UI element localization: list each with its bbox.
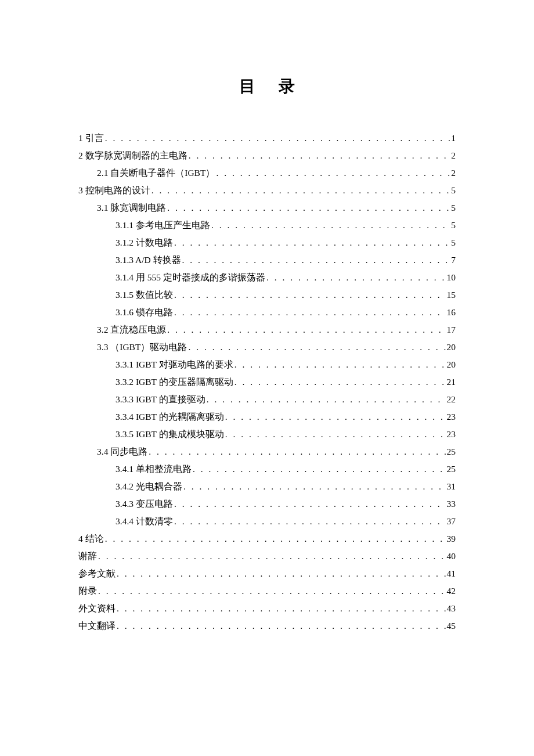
- toc-entry-label: 3.1.5 数值比较: [116, 286, 173, 304]
- toc-entry-label: 2 数字脉宽调制器的主电路: [78, 147, 187, 164]
- toc-entry: 3.1.3 A/D 转换器7: [78, 251, 456, 269]
- toc-dots: [188, 339, 445, 356]
- toc-dots: [151, 182, 450, 199]
- toc-dots: [117, 600, 446, 617]
- toc-entry-page: 20: [447, 356, 456, 373]
- toc-entry-label: 1 引言: [78, 129, 104, 147]
- toc-entry: 3.4.1 单相整流电路25: [78, 460, 456, 478]
- toc-entry-page: 23: [447, 426, 456, 443]
- toc-entry: 3.1.1 参考电压产生电路5: [78, 217, 456, 234]
- toc-entry: 3.4.3 变压电路33: [78, 495, 456, 513]
- toc-entry-label: 3.4.2 光电耦合器: [116, 478, 182, 495]
- toc-entry: 3.3.4 IGBT 的光耦隔离驱动23: [78, 408, 456, 426]
- toc-dots: [211, 217, 450, 234]
- toc-entry-page: 23: [447, 408, 456, 426]
- toc-entry: 3.1.5 数值比较15: [78, 286, 456, 304]
- toc-entry-label: 3.1.6 锁存电路: [116, 304, 173, 321]
- toc-dots: [216, 164, 450, 182]
- toc-entry-page: 31: [447, 478, 456, 495]
- toc-dots: [174, 513, 446, 530]
- toc-entry-label: 3.3 （IGBT）驱动电路: [97, 339, 187, 356]
- table-of-contents: 1 引言12 数字脉宽调制器的主电路22.1 自关断电子器件（IGBT）23 控…: [78, 129, 456, 635]
- toc-entry-label: 3 控制电路的设计: [78, 182, 150, 199]
- toc-entry-label: 3.4.3 变压电路: [116, 495, 173, 513]
- toc-dots: [174, 286, 446, 304]
- toc-dots: [207, 391, 446, 408]
- toc-entry-page: 25: [447, 443, 456, 460]
- toc-entry: 3.1.2 计数电路5: [78, 234, 456, 251]
- toc-entry-page: 33: [447, 495, 456, 513]
- toc-entry: 3 控制电路的设计5: [78, 182, 456, 199]
- toc-dots: [225, 408, 446, 426]
- toc-entry: 附录42: [78, 582, 456, 600]
- toc-dots: [98, 548, 446, 565]
- toc-entry-page: 15: [447, 286, 456, 304]
- toc-entry-page: 43: [447, 600, 456, 617]
- page-title: 目录: [78, 75, 456, 98]
- toc-entry-label: 3.3.2 IGBT 的变压器隔离驱动: [116, 373, 233, 391]
- toc-entry-label: 3.1 脉宽调制电路: [97, 199, 166, 217]
- toc-entry-page: 40: [447, 548, 456, 565]
- toc-dots: [174, 234, 450, 251]
- toc-entry-page: 16: [447, 304, 456, 321]
- toc-entry-label: 中文翻译: [78, 617, 116, 635]
- toc-entry-page: 7: [451, 251, 456, 269]
- toc-entry-label: 3.4.4 计数清零: [116, 513, 173, 530]
- toc-entry-label: 3.2 直流稳压电源: [97, 321, 166, 339]
- toc-entry: 3.1.6 锁存电路16: [78, 304, 456, 321]
- toc-entry-label: 3.1.3 A/D 转换器: [116, 251, 181, 269]
- toc-dots: [117, 565, 446, 582]
- toc-entry: 3.4.4 计数清零37: [78, 513, 456, 530]
- toc-dots: [105, 129, 450, 147]
- toc-entry-page: 10: [447, 269, 456, 286]
- toc-entry: 3.1 脉宽调制电路5: [78, 199, 456, 217]
- toc-entry-page: 25: [447, 460, 456, 478]
- toc-entry-label: 3.1.2 计数电路: [116, 234, 173, 251]
- toc-dots: [105, 530, 446, 548]
- toc-entry: 2.1 自关断电子器件（IGBT）2: [78, 164, 456, 182]
- toc-entry-label: 3.3.3 IGBT 的直接驱动: [116, 391, 205, 408]
- toc-entry-label: 3.4.1 单相整流电路: [116, 460, 192, 478]
- toc-dots: [117, 617, 446, 635]
- toc-entry: 谢辞40: [78, 548, 456, 565]
- toc-entry: 中文翻译45: [78, 617, 456, 635]
- toc-entry: 3.3.1 IGBT 对驱动电路的要求20: [78, 356, 456, 373]
- toc-entry-page: 21: [447, 373, 456, 391]
- toc-entry: 1 引言1: [78, 129, 456, 147]
- toc-entry: 2 数字脉宽调制器的主电路2: [78, 147, 456, 164]
- toc-entry-page: 20: [447, 339, 456, 356]
- toc-entry-label: 谢辞: [78, 548, 97, 565]
- toc-dots: [149, 443, 445, 460]
- toc-entry-page: 39: [447, 530, 456, 548]
- toc-entry-page: 37: [447, 513, 456, 530]
- toc-entry: 3.3.5 IGBT 的集成模块驱动23: [78, 426, 456, 443]
- toc-entry-page: 41: [447, 565, 456, 582]
- toc-dots: [167, 321, 445, 339]
- toc-entry-page: 42: [447, 582, 456, 600]
- toc-entry-label: 2.1 自关断电子器件（IGBT）: [97, 164, 215, 182]
- toc-entry-label: 3.1.1 参考电压产生电路: [116, 217, 210, 234]
- toc-entry: 参考文献41: [78, 565, 456, 582]
- toc-entry: 3.3.2 IGBT 的变压器隔离驱动21: [78, 373, 456, 391]
- toc-entry-page: 2: [451, 164, 456, 182]
- toc-entry: 外文资料43: [78, 600, 456, 617]
- toc-dots: [234, 373, 446, 391]
- toc-dots: [225, 426, 446, 443]
- toc-entry-page: 1: [451, 129, 456, 147]
- toc-entry-page: 22: [447, 391, 456, 408]
- toc-dots: [98, 582, 446, 600]
- toc-entry-label: 3.3.1 IGBT 对驱动电路的要求: [116, 356, 233, 373]
- toc-entry: 4 结论39: [78, 530, 456, 548]
- toc-entry-label: 3.1.4 用 555 定时器接成的多谐振荡器: [116, 269, 265, 286]
- toc-entry-page: 5: [451, 182, 456, 199]
- toc-entry-page: 17: [447, 321, 456, 339]
- toc-entry-label: 3.3.5 IGBT 的集成模块驱动: [116, 426, 224, 443]
- toc-entry-page: 5: [451, 217, 456, 234]
- toc-entry: 3.4 同步电路25: [78, 443, 456, 460]
- toc-dots: [182, 251, 450, 269]
- toc-dots: [193, 460, 446, 478]
- toc-entry-page: 45: [447, 617, 456, 635]
- toc-dots: [174, 304, 446, 321]
- toc-entry-page: 2: [451, 147, 456, 164]
- toc-dots: [266, 269, 446, 286]
